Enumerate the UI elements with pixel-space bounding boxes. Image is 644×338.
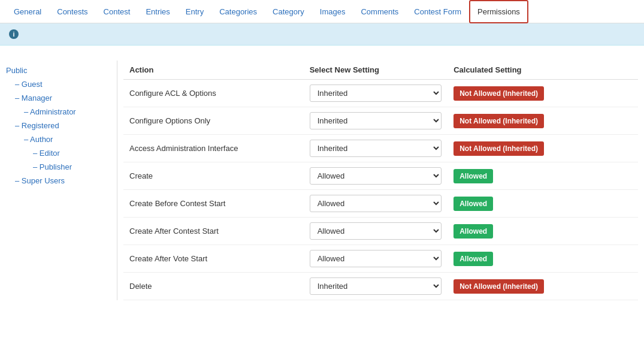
sidebar-item[interactable]: Public (6, 64, 117, 77)
calculated-badge: Allowed (453, 224, 493, 239)
permission-select[interactable]: InheritedAllowedDenied (310, 167, 442, 185)
top-navigation: GeneralContestsContestEntriesEntryCatego… (0, 0, 644, 23)
calculated-cell: Not Allowed (Inherited) (448, 135, 638, 162)
calculated-badge: Not Allowed (Inherited) (453, 114, 544, 128)
tab-images[interactable]: Images (312, 1, 353, 23)
col-header-calc: Calculated Setting (448, 61, 638, 80)
table-row: Access Administration InterfaceInherited… (123, 135, 638, 162)
table-row: Configure ACL & OptionsInheritedAllowedD… (123, 80, 638, 107)
page-header: i (0, 23, 644, 46)
table-row: CreateInheritedAllowedDeniedAllowed (123, 162, 638, 190)
select-cell: InheritedAllowedDenied (304, 190, 448, 218)
tab-entry[interactable]: Entry (178, 1, 211, 23)
permission-select[interactable]: InheritedAllowedDenied (310, 222, 442, 240)
action-cell: Configure Options Only (123, 107, 304, 135)
calculated-badge: Not Allowed (Inherited) (453, 86, 544, 101)
action-cell: Create After Contest Start (123, 218, 304, 245)
tab-entries[interactable]: Entries (138, 1, 177, 23)
sidebar-item[interactable]: – Super Users (6, 174, 117, 188)
permission-select[interactable]: InheritedAllowedDenied (310, 250, 442, 267)
sidebar-item[interactable]: – Administrator (6, 105, 117, 119)
sidebar-item[interactable]: – Manager (6, 91, 117, 105)
permission-select[interactable]: InheritedAllowedDenied (310, 277, 442, 295)
select-cell: InheritedAllowedDenied (304, 218, 448, 245)
table-row: Configure Options OnlyInheritedAllowedDe… (123, 107, 638, 135)
action-cell: Create After Vote Start (123, 245, 304, 273)
calculated-badge: Allowed (453, 197, 493, 211)
select-cell: InheritedAllowedDenied (304, 135, 448, 162)
tab-contest[interactable]: Contest (96, 1, 138, 23)
permission-select[interactable]: InheritedAllowedDenied (310, 84, 442, 102)
calculated-cell: Allowed (448, 218, 638, 245)
select-cell: InheritedAllowedDenied (304, 245, 448, 273)
calculated-cell: Allowed (448, 162, 638, 190)
tab-contests[interactable]: Contests (49, 1, 95, 23)
calculated-badge: Not Allowed (Inherited) (453, 279, 544, 294)
calculated-badge: Allowed (453, 252, 493, 266)
calculated-cell: Not Allowed (Inherited) (448, 107, 638, 135)
action-cell: Create Before Contest Start (123, 190, 304, 218)
table-row: Create After Vote StartInheritedAllowedD… (123, 245, 638, 273)
sidebar-item[interactable]: – Registered (6, 119, 117, 132)
select-cell: InheritedAllowedDenied (304, 273, 448, 300)
calculated-cell: Allowed (448, 190, 638, 218)
permission-select[interactable]: InheritedAllowedDenied (310, 140, 442, 157)
sidebar: Public– Guest– Manager– Administrator– R… (6, 61, 117, 300)
permissions-table: Action Select New Setting Calculated Set… (123, 61, 638, 300)
sidebar-item[interactable]: – Editor (6, 146, 117, 160)
table-row: Create After Contest StartInheritedAllow… (123, 218, 638, 245)
calculated-badge: Not Allowed (Inherited) (453, 141, 544, 156)
calculated-cell: Allowed (448, 245, 638, 273)
col-header-select: Select New Setting (304, 61, 448, 80)
description-text (0, 46, 644, 61)
select-cell: InheritedAllowedDenied (304, 162, 448, 190)
calculated-cell: Not Allowed (Inherited) (448, 80, 638, 107)
permission-select[interactable]: InheritedAllowedDenied (310, 195, 442, 212)
main-layout: Public– Guest– Manager– Administrator– R… (0, 61, 644, 300)
tab-category[interactable]: Category (265, 1, 312, 23)
tab-comments[interactable]: Comments (353, 1, 406, 23)
info-icon: i (9, 29, 19, 39)
sidebar-item[interactable]: – Author (6, 132, 117, 146)
tab-categories[interactable]: Categories (211, 1, 265, 23)
action-cell: Create (123, 162, 304, 190)
select-cell: InheritedAllowedDenied (304, 80, 448, 107)
calculated-cell: Not Allowed (Inherited) (448, 273, 638, 300)
select-cell: InheritedAllowedDenied (304, 107, 448, 135)
sidebar-item[interactable]: – Guest (6, 77, 117, 91)
col-header-action: Action (123, 61, 304, 80)
permissions-area: Action Select New Setting Calculated Set… (117, 61, 638, 300)
action-cell: Delete (123, 273, 304, 300)
tab-permissions[interactable]: Permissions (469, 0, 528, 23)
table-row: DeleteInheritedAllowedDeniedNot Allowed … (123, 273, 638, 300)
tab-general[interactable]: General (6, 1, 49, 23)
tab-contest-form[interactable]: Contest Form (406, 1, 469, 23)
action-cell: Configure ACL & Options (123, 80, 304, 107)
action-cell: Access Administration Interface (123, 135, 304, 162)
calculated-badge: Allowed (453, 169, 493, 183)
table-row: Create Before Contest StartInheritedAllo… (123, 190, 638, 218)
sidebar-item[interactable]: – Publisher (6, 160, 117, 174)
permission-select[interactable]: InheritedAllowedDenied (310, 112, 442, 129)
